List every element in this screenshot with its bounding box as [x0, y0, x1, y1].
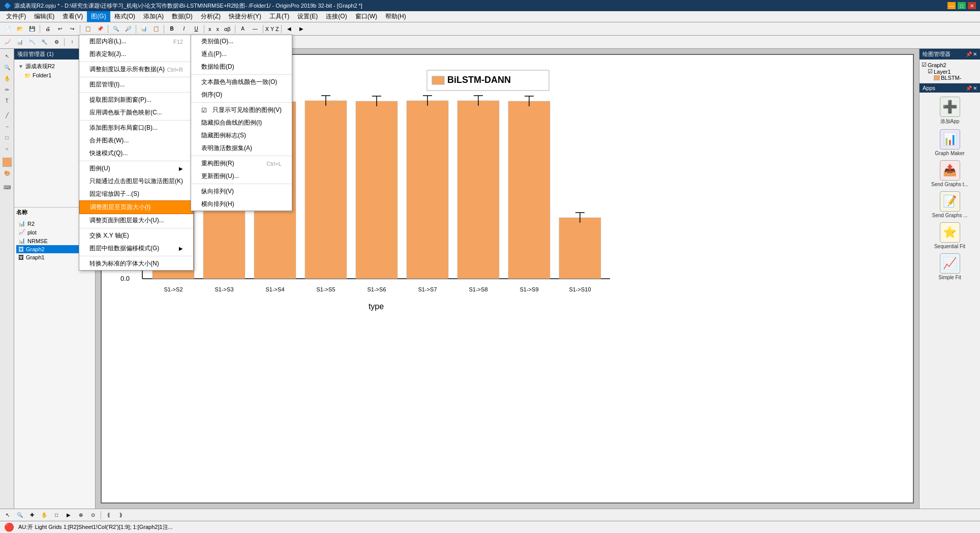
graph2-tree-item[interactable]: ☑ Graph2	[922, 62, 978, 68]
sub-data-plot[interactable]: 数据绘图(D)	[191, 61, 292, 73]
underline-button[interactable]: U	[191, 24, 202, 34]
open-button[interactable]: 📂	[14, 24, 25, 34]
zoom-out-button[interactable]: 🔎	[122, 24, 134, 34]
tb2-btn6[interactable]: ↑	[67, 37, 78, 47]
menu-format[interactable]: 格式(O)	[110, 11, 139, 22]
pm-close-button[interactable]: ✕	[973, 51, 977, 57]
menu-legend[interactable]: 图例(U) ▶	[79, 162, 193, 175]
bold-button[interactable]: B	[166, 24, 177, 34]
menu-chart-custom[interactable]: 图表定制(J)...	[79, 48, 193, 61]
app-add[interactable]: ➕ 添加App	[922, 95, 978, 127]
menu-add-to-layout[interactable]: 添加图形到布局窗口(B)...	[79, 122, 193, 134]
menu-apply-palette[interactable]: 应用调色板于颜色映射(C...	[79, 106, 193, 119]
sub-point[interactable]: 逐点(P)...	[191, 48, 292, 61]
menu-merge[interactable]: 合并图表(W)...	[79, 134, 193, 147]
bt-crosshair[interactable]: ✚	[26, 510, 38, 520]
menu-quick[interactable]: 快捷分析(Y)	[225, 11, 265, 22]
menu-connect[interactable]: 连接(O)	[322, 11, 351, 22]
pm-pin-button[interactable]: 📌	[966, 51, 972, 57]
window-controls[interactable]: — □ ✕	[947, 2, 976, 9]
text-tool[interactable]: T	[2, 96, 13, 106]
script-tool[interactable]: ⌨	[2, 182, 13, 192]
bt-extra2[interactable]: ⟫	[115, 510, 127, 520]
close-button[interactable]: ✕	[968, 2, 976, 9]
sub-mark-active[interactable]: 表明激活数据集(A)	[191, 142, 292, 155]
blstm-tree-item[interactable]: BLSTM-	[922, 75, 978, 81]
save-button[interactable]: 💾	[26, 24, 38, 34]
zoom-in-button[interactable]: 🔍	[110, 24, 121, 34]
menu-std-font[interactable]: 转换为标准的字体大小(N)	[79, 257, 193, 270]
sub-hide-symbol[interactable]: 隐藏图例标志(S)	[191, 129, 292, 142]
color-fill-tool[interactable]	[3, 158, 12, 167]
menu-add[interactable]: 添加(A)	[139, 11, 168, 22]
line-tool[interactable]: ╱	[2, 110, 13, 120]
redo-button[interactable]: ↪	[67, 24, 78, 34]
chart-button[interactable]: 📊	[138, 24, 149, 34]
menu-tools[interactable]: 工具(T)	[265, 11, 293, 22]
plot-manager-controls[interactable]: 📌 ✕	[966, 51, 977, 57]
menu-file[interactable]: 文件(F)	[2, 11, 30, 22]
menu-graph[interactable]: 图(G)	[87, 11, 110, 22]
menu-data[interactable]: 数据(D)	[168, 11, 197, 22]
apps-close-button[interactable]: ✕	[973, 85, 977, 91]
color-button[interactable]: A	[237, 24, 249, 34]
app-graph-maker[interactable]: 📊 Graph Maker	[922, 127, 978, 158]
bt-play[interactable]: ▶	[63, 510, 74, 520]
sub-text-color[interactable]: 文本颜色与曲线颜色一致(O)	[191, 76, 292, 88]
app-sequential-fit[interactable]: ⭐ Sequential Fit	[922, 220, 978, 251]
menu-view[interactable]: 查看(V)	[58, 11, 87, 22]
menu-extract-layer[interactable]: 提取图层到新图窗(P)...	[79, 94, 193, 106]
prev-button[interactable]: ◀	[284, 24, 295, 34]
menu-only-click-layer[interactable]: 只能通过点击图层号以激活图层(K)	[79, 175, 193, 188]
apps-controls[interactable]: 📌 ✕	[966, 85, 977, 91]
bt-extra1[interactable]: ⟪	[103, 510, 114, 520]
menu-fit-layer-to-page[interactable]: 调整图层至页面大小(I)	[79, 200, 193, 214]
menu-analysis[interactable]: 分析(Z)	[197, 11, 225, 22]
maximize-button[interactable]: □	[958, 2, 966, 9]
draw-tool[interactable]: ✏	[2, 84, 13, 95]
pointer-tool[interactable]: ↖	[2, 51, 13, 61]
italic-button[interactable]: I	[178, 24, 190, 34]
tb2-btn1[interactable]: 📈	[2, 37, 13, 47]
picker-tool[interactable]: 🎨	[2, 168, 13, 178]
app-send-graphs-t[interactable]: 📤 Send Graphs t...	[922, 158, 978, 189]
zoom-tool[interactable]: 🔍	[2, 62, 13, 72]
menu-fit-page-to-layer[interactable]: 调整页面到图层最大小(U)...	[79, 214, 193, 227]
table-button[interactable]: 📋	[150, 24, 162, 34]
undo-button[interactable]: ↩	[54, 24, 66, 34]
sub-reconstruct[interactable]: 重构图例(R) Ctrl+L	[191, 157, 292, 170]
menu-edit[interactable]: 编辑(E)	[30, 11, 58, 22]
menu-layer-content[interactable]: 图层内容(L)... F12	[79, 35, 193, 48]
copy-button[interactable]: 📋	[82, 24, 94, 34]
bt-move[interactable]: ✋	[39, 510, 50, 520]
app-send-graphs[interactable]: 📝 Send Graphs ...	[922, 189, 978, 220]
tb2-btn2[interactable]: 📊	[14, 37, 25, 47]
bt-rect[interactable]: □	[51, 510, 62, 520]
apps-pin-button[interactable]: 📌	[966, 85, 972, 91]
paste-button[interactable]: 📌	[95, 24, 106, 34]
sub-update[interactable]: 更新图例(U)...	[191, 170, 292, 183]
menu-quick-mode[interactable]: 快速模式(Q)...	[79, 147, 193, 160]
tb2-btn3[interactable]: 📉	[26, 37, 38, 47]
bt-dot[interactable]: ⊙	[87, 510, 99, 520]
sub-hide-fit[interactable]: 隐藏拟合曲线的图例(I)	[191, 116, 292, 129]
print-button[interactable]: 🖨	[42, 24, 53, 34]
menu-settings[interactable]: 设置(E)	[293, 11, 322, 22]
bt-pointer[interactable]: ↖	[2, 510, 13, 520]
bt-zoom[interactable]: 🔍	[14, 510, 25, 520]
menu-window[interactable]: 窗口(W)	[351, 11, 381, 22]
menu-help[interactable]: 帮助(H)	[381, 11, 410, 22]
menu-offset-mode[interactable]: 图层中组数据偏移模式(G) ▶	[79, 242, 193, 255]
ellipse-tool[interactable]: ○	[2, 143, 13, 154]
arrow-tool[interactable]: →	[2, 121, 13, 131]
sub-horizontal[interactable]: 横向排列(H)	[191, 198, 292, 211]
menu-adjust-scale[interactable]: 调整刻度以显示所有数据(A) Ctrl+R	[79, 63, 193, 76]
pan-tool[interactable]: ✋	[2, 73, 13, 83]
minimize-button[interactable]: —	[947, 2, 956, 9]
tb2-btn5[interactable]: ⚙	[51, 37, 62, 47]
new-button[interactable]: 📄	[2, 24, 13, 34]
menu-layer-manage[interactable]: 图层管理(I)...	[79, 78, 193, 91]
layer1-tree-item[interactable]: ☑ Layer1	[922, 68, 978, 75]
tb2-btn4[interactable]: 🔧	[39, 37, 50, 47]
sub-category[interactable]: 类别值(O)...	[191, 35, 292, 48]
